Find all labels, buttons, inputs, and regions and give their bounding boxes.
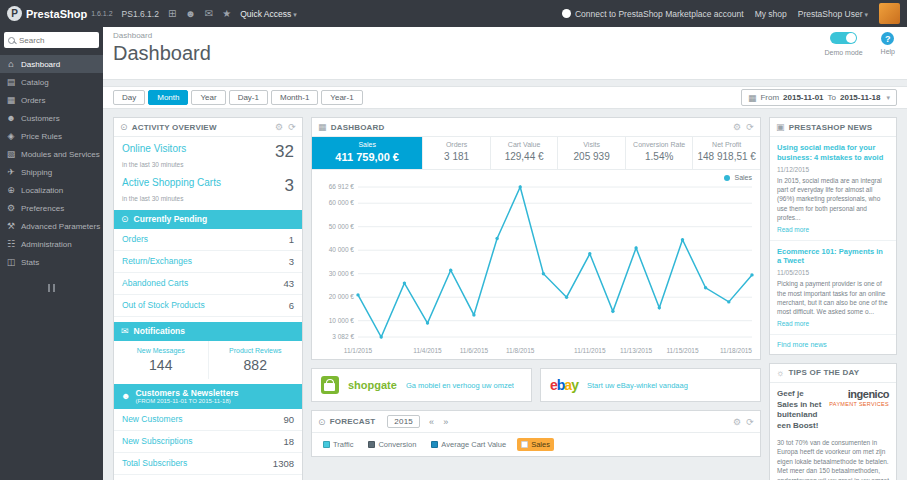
kpi-value: 129,44 € [493,151,556,162]
panel-refresh-icon[interactable]: ⟳ [746,122,754,132]
active-carts-sub: in the last 30 minutes [122,195,294,202]
range-month-button[interactable]: Month [148,90,188,105]
pending-row-returns[interactable]: Return/Exchanges 3 [114,251,302,273]
kpi-conversion-rate[interactable]: Conversion Rate 1.54% [626,137,694,169]
find-more-news-link[interactable]: Find more news [770,335,896,354]
collapse-sidebar-button[interactable] [45,284,59,292]
svg-text:11/6/2015: 11/6/2015 [460,347,489,354]
read-more-link[interactable]: Read more [777,320,809,327]
sidebar-item-price-rules[interactable]: ◈ Price Rules [0,127,103,145]
customers-row-new-subscriptions[interactable]: New Subscriptions 18 [114,431,302,453]
news-article-link[interactable]: Using social media for your business: 4 … [777,143,889,163]
svg-text:10 000 €: 10 000 € [329,317,355,324]
news-article-excerpt: In 2015, social media are an integral pa… [777,176,889,223]
sidebar-item-stats[interactable]: ◫ Stats [0,253,103,271]
kpi-orders[interactable]: Orders 3 181 [423,137,491,169]
quick-access-menu[interactable]: Quick Access▾ [240,9,297,19]
marketplace-connect-link[interactable]: Connect to PrestaShop Marketplace accoun… [562,9,744,19]
sidebar-item-label: Shipping [21,168,52,177]
chart-legend-label: Sales [734,174,752,181]
read-more-link[interactable]: Read more [777,226,809,233]
legend-label: Sales [531,440,550,449]
sidebar-search[interactable] [4,32,99,48]
range-month-1-button[interactable]: Month-1 [271,90,318,105]
svg-text:11/15/2015: 11/15/2015 [666,347,698,354]
dashboard-panel-header: ▦ DASHBOARD ⚙ ⟳ [312,118,760,137]
panel-settings-icon[interactable]: ⚙ [275,122,283,132]
sidebar-item-advanced-parameters[interactable]: ⚒ Advanced Parameters [0,217,103,235]
forecast-legend-conversion[interactable]: Conversion [364,438,420,451]
kpi-label: Conversion Rate [628,141,691,148]
clock-icon: ⊙ [121,214,129,225]
range-day-button[interactable]: Day [113,90,145,105]
sidebar-item-shipping[interactable]: ✈ Shipping [0,163,103,181]
orders-notification-icon[interactable]: ⊞ [168,8,176,19]
svg-text:50 000 €: 50 000 € [329,223,355,230]
help-control: ? Help [881,32,895,56]
prestashop-news-panel: ▣ PRESTASHOP NEWS Using social media for… [769,117,897,355]
range-day-1-button[interactable]: Day-1 [229,90,268,105]
forecast-year-select[interactable]: 2015 [387,415,420,428]
chevron-down-icon: ▾ [864,11,868,18]
chart-legend[interactable]: Sales [312,170,760,181]
sidebar-item-catalog[interactable]: ▤ Catalog [0,73,103,91]
pulse-icon: ⊙ [120,122,128,132]
book-icon: ▤ [6,77,16,87]
ebay-link[interactable]: Start uw eBay-winkel vandaag [587,381,688,390]
range-year-button[interactable]: Year [191,90,225,105]
panel-refresh-icon[interactable]: ⟳ [746,417,754,427]
panel-settings-icon[interactable]: ⚙ [733,122,741,132]
messages-notification-icon[interactable]: ✉ [205,8,213,19]
forecast-panel-header: ⊙ FORECAST 2015 « » ⚙ ⟳ [312,411,760,433]
active-carts-label[interactable]: Active Shopping Carts [122,177,221,188]
demo-mode-toggle[interactable] [830,32,857,44]
sidebar-item-localization[interactable]: ⊕ Localization [0,181,103,199]
pending-row-orders[interactable]: Orders 1 [114,229,302,251]
chart-icon: ◫ [6,257,16,267]
sidebar-item-administration[interactable]: ☷ Administration [0,235,103,253]
user-menu[interactable]: PrestaShop User▾ [798,9,868,19]
new-messages-cell[interactable]: New Messages 144 [114,341,208,379]
range-year-1-button[interactable]: Year-1 [321,90,362,105]
panel-refresh-icon[interactable]: ⟳ [288,122,296,132]
currently-pending-header: ⊙ Currently Pending [114,210,302,229]
sidebar-item-orders[interactable]: ▦ Orders [0,91,103,109]
shopgate-link[interactable]: Ga mobiel en verhoog uw omzet [406,381,514,390]
sidebar-item-preferences[interactable]: ⚙ Preferences [0,199,103,217]
my-shop-link[interactable]: My shop [755,9,787,19]
customers-row-total-subscribers[interactable]: Total Subscribers 1308 [114,453,302,475]
kpi-visits[interactable]: Visits 205 939 [558,137,626,169]
pending-row-out-of-stock[interactable]: Out of Stock Products 6 [114,295,302,317]
user-avatar[interactable] [879,3,900,24]
sidebar-item-customers[interactable]: ☻ Customers [0,109,103,127]
prestashop-logo[interactable]: P PrestaShop 1.6.1.2 [7,6,113,21]
forecast-prev-button[interactable]: « [429,417,434,427]
badge-icon[interactable]: ★ [222,8,231,19]
kpi-net-profit[interactable]: Net Profit 148 918,51 € [693,137,760,169]
kpi-cart-value[interactable]: Cart Value 129,44 € [491,137,559,169]
forecast-legend-average-cart-value[interactable]: Average Cart Value [427,438,510,451]
pending-row-abandoned-carts[interactable]: Abandoned Carts 43 [114,273,302,295]
search-input[interactable] [19,36,95,45]
row-label: Total Subscribers [122,458,187,468]
forecast-legend-sales[interactable]: Sales [517,438,554,451]
legend-checkbox [431,441,438,448]
svg-text:60 000 €: 60 000 € [329,199,355,206]
sidebar-item-modules[interactable]: ▧ Modules and Services [0,145,103,163]
product-reviews-cell[interactable]: Product Reviews 882 [208,341,303,379]
date-range-picker[interactable]: ▦ From 2015-11-01 To 2015-11-18 ▾ [741,89,897,106]
kpi-sales[interactable]: Sales 411 759,00 € [312,137,423,169]
customers-newsletters-range: (FROM 2015-11-01 TO 2015-11-18) [135,398,238,405]
forecast-next-button[interactable]: » [443,417,448,427]
customers-row-new-customers[interactable]: New Customers 90 [114,409,302,431]
forecast-legend-traffic[interactable]: Traffic [319,438,357,451]
dashboard-panel-title: DASHBOARD [331,123,385,132]
online-visitors-label[interactable]: Online Visitors [122,143,186,154]
sidebar-item-dashboard[interactable]: ⌂ Dashboard [0,55,103,73]
help-icon[interactable]: ? [881,32,894,45]
shop-name-link[interactable]: PS1.6.1.2 [122,9,159,19]
panel-settings-icon[interactable]: ⚙ [733,417,741,427]
news-article-link[interactable]: Ecommerce 101: Payments in a Tweet [777,247,889,267]
customers-notification-icon[interactable]: ☻ [185,8,196,19]
ingenico-brand-sub: payment services [829,401,889,407]
